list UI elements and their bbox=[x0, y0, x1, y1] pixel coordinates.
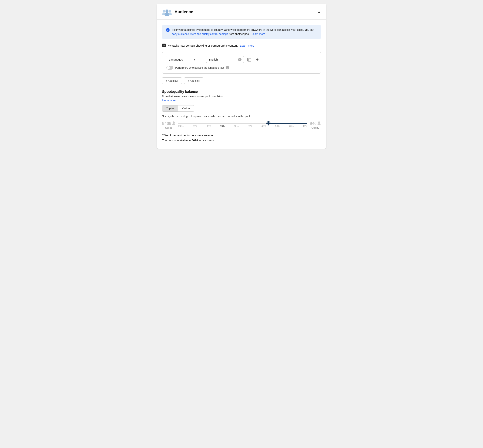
speed-quality-title: Speed/quality balance bbox=[162, 90, 321, 94]
speed-label: 9469 Speed bbox=[162, 121, 176, 129]
svg-point-7 bbox=[173, 121, 175, 123]
svg-point-3 bbox=[162, 13, 166, 15]
speed-word: Speed bbox=[165, 126, 172, 129]
filter-select-label: Languages bbox=[169, 58, 183, 61]
svg-point-9 bbox=[318, 121, 320, 123]
svg-rect-6 bbox=[248, 58, 251, 61]
card-header: Audience ▲ bbox=[157, 4, 326, 20]
speed-quality-subtitle: Note that fewer users means slower pool … bbox=[162, 95, 321, 98]
header-left: Audience bbox=[162, 8, 193, 16]
action-buttons: + Add filter + Add skill bbox=[162, 77, 321, 84]
filter-value-field[interactable]: English ✕ bbox=[206, 56, 244, 63]
info-text: Filter your audience by language or coun… bbox=[172, 28, 317, 36]
speed-quality-tabs: Top % Online bbox=[162, 105, 194, 112]
equals-sign: = bbox=[200, 57, 204, 62]
shocking-content-checkbox[interactable] bbox=[162, 44, 166, 47]
result-user-count: 6628 bbox=[192, 139, 198, 142]
language-test-toggle[interactable] bbox=[166, 66, 173, 70]
slider-track bbox=[178, 123, 307, 124]
filter-add-value-button[interactable]: + bbox=[255, 56, 261, 63]
quality-count: 946 bbox=[310, 121, 317, 126]
add-filter-button[interactable]: + Add filter bbox=[162, 77, 182, 84]
slider-container[interactable]: 100% 90% 80% 70% 60% 50% 40% 30% 20% 10% bbox=[178, 123, 307, 128]
page-title: Audience bbox=[175, 9, 193, 14]
slider-thumb[interactable] bbox=[267, 122, 270, 125]
card-body: i Filter your audience by language or co… bbox=[157, 20, 326, 143]
slider-section: 9469 Speed bbox=[162, 121, 321, 129]
slider-fill bbox=[268, 123, 307, 124]
filter-box: Languages ▾ = English ✕ bbox=[162, 52, 321, 73]
info-icon: i bbox=[166, 28, 170, 32]
audience-card: Audience ▲ i Filter your audience by lan… bbox=[157, 4, 326, 149]
filter-clear-button[interactable]: ✕ bbox=[238, 58, 242, 61]
chevron-down-icon: ▾ bbox=[194, 58, 195, 61]
result-line2: The task is available to 6628 active use… bbox=[162, 138, 321, 143]
quality-label: 946 Quality bbox=[310, 121, 321, 129]
result-line1: 70% of the best performers were selected bbox=[162, 133, 321, 138]
svg-point-2 bbox=[163, 10, 165, 13]
language-test-help-icon[interactable]: ? bbox=[226, 66, 229, 69]
svg-point-5 bbox=[168, 13, 172, 15]
speed-count: 9469 bbox=[162, 121, 171, 126]
slider-ticks: 100% 90% 80% 70% 60% 50% 40% 30% 20% 10% bbox=[178, 125, 307, 128]
collapse-button[interactable]: ▲ bbox=[317, 10, 321, 14]
info-banner: i Filter your audience by language or co… bbox=[162, 25, 321, 39]
filter-value-text: English bbox=[209, 58, 237, 61]
copy-filters-link[interactable]: copy audience filters and quality contro… bbox=[172, 32, 228, 35]
speed-quality-section: Speed/quality balance Note that fewer us… bbox=[162, 90, 321, 143]
shocking-content-row: My tasks may contain shocking or pornogr… bbox=[162, 44, 321, 47]
learn-more-checkbox[interactable]: Learn more bbox=[240, 44, 255, 47]
filter-row: Languages ▾ = English ✕ bbox=[166, 56, 317, 63]
svg-point-10 bbox=[318, 123, 321, 125]
quality-user-icon bbox=[317, 121, 321, 126]
tab-online[interactable]: Online bbox=[178, 105, 194, 112]
language-filter-select[interactable]: Languages ▾ bbox=[166, 56, 198, 63]
language-test-label: Performers who passed the language test bbox=[175, 66, 224, 69]
svg-point-0 bbox=[165, 9, 169, 13]
filter-delete-button[interactable] bbox=[246, 56, 252, 63]
language-test-row: Performers who passed the language test … bbox=[166, 66, 317, 70]
specify-text: Specify the percentage of top-rated user… bbox=[162, 115, 321, 118]
speed-user-icon bbox=[172, 121, 176, 126]
learn-more-link-banner[interactable]: Learn more bbox=[252, 32, 265, 35]
result-text: 70% of the best performers were selected… bbox=[162, 133, 321, 143]
quality-word: Quality bbox=[312, 126, 319, 129]
svg-point-4 bbox=[169, 10, 171, 13]
add-skill-button[interactable]: + Add skill bbox=[184, 77, 203, 84]
result-percent: 70% bbox=[162, 134, 168, 137]
audience-icon bbox=[162, 8, 172, 16]
svg-point-8 bbox=[172, 123, 175, 125]
tab-top-percent[interactable]: Top % bbox=[162, 105, 178, 112]
checkbox-label: My tasks may contain shocking or pornogr… bbox=[168, 44, 254, 47]
slider-row: 9469 Speed bbox=[162, 121, 321, 129]
speed-quality-learn-more[interactable]: Learn more bbox=[162, 99, 176, 102]
